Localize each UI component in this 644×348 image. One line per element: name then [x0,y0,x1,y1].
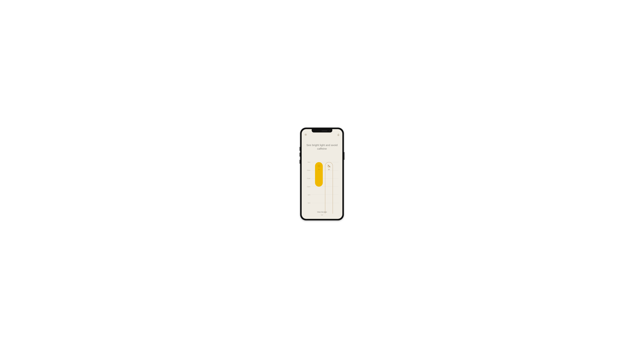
app-screen: See bright light and avoid caffeine 9am … [302,129,342,219]
hour-label: 2pm [306,202,311,204]
event-duration: 3h [318,168,320,170]
view-full-plan-button[interactable]: View full plan [302,211,342,213]
chevron-down-icon[interactable] [302,214,342,216]
phone-notch [312,129,332,132]
footer: View full plan [302,211,342,216]
no-coffee-icon [327,164,331,168]
airplane-icon [337,133,340,136]
stage: See bright light and avoid caffeine 9am … [0,0,644,348]
hour-label: 1pm [306,194,311,196]
headline-text: See bright light and avoid caffeine [302,143,342,151]
event-duration: 9h [328,169,330,170]
svg-line-7 [320,167,320,167]
svg-line-6 [318,165,318,165]
phone-frame: See bright light and avoid caffeine 9am … [300,128,344,220]
event-capsules: 3h 9h [314,162,338,202]
svg-point-0 [305,134,306,135]
svg-point-1 [318,165,320,166]
speaker-grille [322,130,327,131]
hour-label: 10am [306,169,311,171]
gear-icon [304,133,307,136]
sun-icon [317,164,321,168]
settings-button[interactable] [304,133,307,137]
hour-label: 12pm [306,186,311,188]
event-avoid-caffeine[interactable]: 9h [325,162,333,214]
event-light[interactable]: 3h [315,162,323,187]
hour-gridline [311,203,339,203]
front-camera [329,130,330,131]
timeline: 9am 10am 11am 12pm 1pm [306,161,339,202]
hour-label: 9am [306,161,311,163]
hour-label: 11am [306,178,311,179]
svg-line-9 [320,165,320,165]
svg-line-8 [318,167,318,167]
travel-button[interactable] [337,133,340,137]
